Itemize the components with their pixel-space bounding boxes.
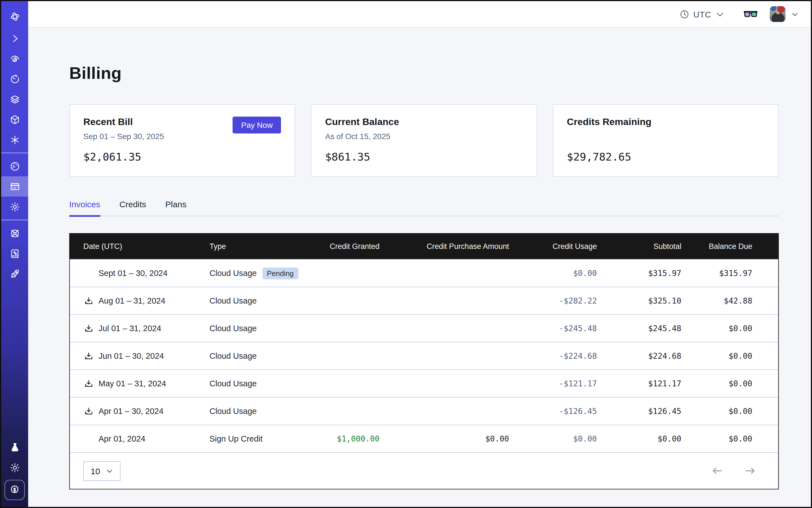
card-title: Current Balance <box>325 117 399 128</box>
table-row: Jun 01 – 30, 2024 Cloud Usage -$224.68 $… <box>70 342 778 370</box>
table-header-row: Date (UTC) Type Credit Granted Credit Pu… <box>70 234 778 259</box>
invoice-type: Sign Up Credit <box>210 434 263 443</box>
download-icon <box>84 351 93 361</box>
download-invoice-button[interactable] <box>83 323 93 333</box>
billing-dollar-button[interactable] <box>4 480 25 500</box>
arrow-left-icon <box>712 466 723 475</box>
credit-usage-value: -$245.48 <box>509 324 597 333</box>
user-avatar[interactable] <box>770 6 785 22</box>
credit-usage-value: $0.00 <box>509 269 597 278</box>
chevron-down-icon <box>105 467 113 474</box>
docs-book-icon[interactable] <box>1 243 28 263</box>
credit-usage-value: -$224.68 <box>509 351 597 361</box>
recent-bill-card: Recent Bill Sep 01 – Sep 30, 2025 Pay No… <box>69 104 295 177</box>
credit-usage-value: -$282.22 <box>509 296 597 305</box>
invoice-type: Cloud Usage <box>210 379 257 388</box>
table-row: Jul 01 – 31, 2024 Cloud Usage -$245.48 $… <box>70 314 778 342</box>
sidebar-item-billing[interactable] <box>1 176 28 197</box>
download-icon <box>84 324 93 333</box>
page-title: Billing <box>69 64 779 83</box>
reader-glasses-icon[interactable] <box>744 9 757 18</box>
invoice-type: Cloud Usage <box>210 269 257 278</box>
subtotal-value: $121.17 <box>597 379 681 388</box>
table-row: Aug 01 – 31, 2024 Cloud Usage -$282.22 $… <box>70 287 778 314</box>
invoice-type: Cloud Usage <box>210 407 257 416</box>
billing-page: Billing Recent Bill Sep 01 – Sep 30, 202… <box>28 28 811 507</box>
col-type: Type <box>205 242 317 251</box>
subtotal-value: $315.97 <box>597 269 681 278</box>
balance-due-value: $0.00 <box>681 351 752 361</box>
observe-spiral-icon[interactable] <box>1 48 28 69</box>
table-row: May 01 – 31, 2024 Cloud Usage -$121.17 $… <box>70 370 778 397</box>
download-invoice-button[interactable] <box>83 351 93 361</box>
invoice-date: Apr 01 – 30, 2024 <box>98 407 164 416</box>
invoice-type: Cloud Usage <box>210 324 257 333</box>
summary-cards: Recent Bill Sep 01 – Sep 30, 2025 Pay No… <box>69 104 779 177</box>
account-menu-chevron-icon[interactable] <box>791 10 799 18</box>
labs-flask-icon[interactable] <box>1 437 28 457</box>
chevron-down-icon <box>715 9 725 19</box>
invoice-date: Aug 01 – 31, 2024 <box>98 296 165 305</box>
tab-plans[interactable]: Plans <box>165 199 186 216</box>
pay-now-button[interactable]: Pay Now <box>233 117 281 133</box>
tab-credits[interactable]: Credits <box>119 199 146 216</box>
card-title: Recent Bill <box>83 117 164 128</box>
layers-icon[interactable] <box>1 89 28 109</box>
asterisk-icon[interactable] <box>1 130 28 150</box>
col-balance-due: Balance Due <box>681 242 752 251</box>
settings-gear-icon[interactable] <box>1 197 28 217</box>
credit-purchase-value: $0.00 <box>380 434 509 443</box>
col-credit-granted: Credit Granted <box>317 242 380 251</box>
invoices-table: Date (UTC) Type Credit Granted Credit Pu… <box>69 233 779 490</box>
card-subtitle: As of Oct 15, 2025 <box>325 132 399 141</box>
card-title: Credits Remaining <box>567 117 651 128</box>
next-page-button[interactable] <box>744 466 756 475</box>
app-window: UTC Billing Rec <box>0 0 812 508</box>
credit-usage-value: -$121.17 <box>509 379 597 388</box>
page-size-value: 10 <box>91 466 100 476</box>
col-subtotal: Subtotal <box>597 242 681 251</box>
subtotal-value: $245.48 <box>597 324 681 333</box>
usage-gauge-icon[interactable] <box>1 156 28 176</box>
download-icon <box>84 296 93 305</box>
invoice-date: May 01 – 31, 2024 <box>98 379 166 388</box>
helm-wheel-icon[interactable] <box>1 223 28 243</box>
topbar: UTC <box>28 1 811 28</box>
page-size-select[interactable]: 10 <box>83 461 120 481</box>
balance-due-value: $0.00 <box>681 379 752 388</box>
main-column: UTC Billing Rec <box>28 1 811 507</box>
balance-due-value: $315.97 <box>681 269 752 278</box>
rocket-icon[interactable] <box>1 263 28 284</box>
sidebar-divider <box>1 220 28 220</box>
credits-remaining-amount: $29,782.65 <box>567 151 765 163</box>
col-date: Date (UTC) <box>70 242 205 251</box>
history-timer-icon[interactable] <box>1 69 28 89</box>
table-row: Apr 01 – 30, 2024 Cloud Usage -$126.45 $… <box>70 397 778 425</box>
theme-sun-icon[interactable] <box>1 457 28 477</box>
invoice-type: Cloud Usage <box>210 351 257 361</box>
timezone-selector[interactable]: UTC <box>680 9 725 19</box>
subtotal-value: $224.68 <box>597 351 681 361</box>
previous-page-button[interactable] <box>712 466 723 475</box>
tab-invoices[interactable]: Invoices <box>69 199 100 216</box>
clock-icon <box>680 9 689 19</box>
download-icon <box>84 379 93 388</box>
invoice-date: Sept 01 – 30, 2024 <box>98 269 168 278</box>
invoice-date: Apr 01, 2024 <box>98 434 145 443</box>
subtotal-value: $126.45 <box>597 407 681 416</box>
balance-due-value: $0.00 <box>681 407 752 416</box>
timezone-label: UTC <box>693 9 711 19</box>
sidebar <box>1 1 28 507</box>
collapse-chevron-right-icon[interactable] <box>1 28 28 48</box>
balance-due-value: $0.00 <box>681 324 752 333</box>
arrow-right-icon <box>744 466 756 475</box>
current-balance-amount: $861.35 <box>325 151 523 163</box>
table-row: Apr 01, 2024 Sign Up Credit $1,000.00 $0… <box>70 425 778 452</box>
download-invoice-button[interactable] <box>83 406 93 416</box>
download-invoice-button[interactable] <box>83 378 93 389</box>
download-invoice-button[interactable] <box>83 296 93 306</box>
recent-bill-amount: $2,061.35 <box>83 151 281 163</box>
col-credit-purchase-amount: Credit Purchase Amount <box>380 242 509 251</box>
app-logo-icon[interactable] <box>1 4 28 28</box>
cube-icon[interactable] <box>1 109 28 130</box>
